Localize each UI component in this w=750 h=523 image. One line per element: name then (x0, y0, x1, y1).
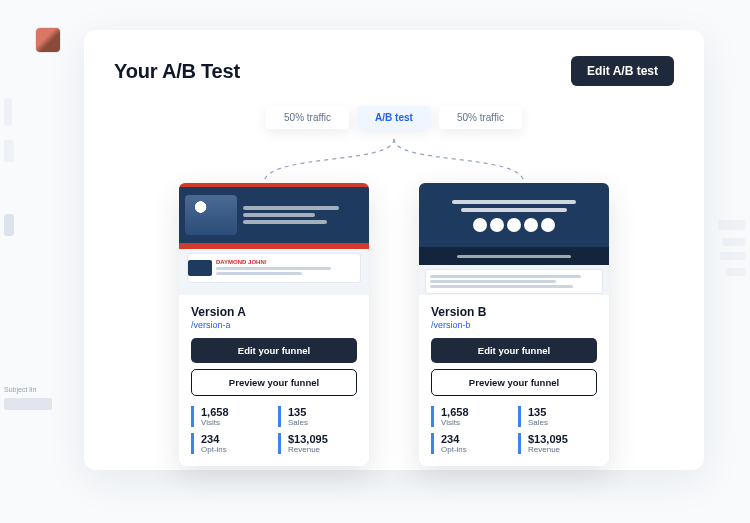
funnel-thumbnail-b[interactable] (419, 183, 609, 295)
preview-funnel-button[interactable]: Preview your funnel (431, 369, 597, 396)
background-ghost (720, 252, 746, 260)
background-label: Subject lin (4, 386, 36, 393)
background-ghost (4, 140, 14, 162)
edit-ab-test-button[interactable]: Edit A/B test (571, 56, 674, 86)
avatar[interactable] (36, 28, 60, 52)
background-ghost (4, 398, 52, 410)
traffic-split-row: 50% traffic A/B test 50% traffic (114, 106, 674, 129)
stat-revenue: $13,095 Revenue (518, 433, 597, 454)
preview-funnel-button[interactable]: Preview your funnel (191, 369, 357, 396)
edit-funnel-button[interactable]: Edit your funnel (191, 338, 357, 363)
stats-grid: 1,658 Visits 135 Sales 234 Opt-ins $13,0… (431, 406, 597, 454)
version-name: Version A (191, 305, 357, 319)
connector-lines (114, 135, 674, 183)
traffic-pill-right: 50% traffic (439, 106, 522, 129)
stat-sales: 135 Sales (278, 406, 357, 427)
version-slug[interactable]: /version-b (431, 320, 597, 330)
background-ghost (722, 238, 746, 246)
thumb-headline: DAYMOND JOHN! (216, 259, 360, 265)
card-header: Your A/B Test Edit A/B test (114, 56, 674, 86)
stat-revenue: $13,095 Revenue (278, 433, 357, 454)
background-ghost (4, 98, 12, 126)
funnel-thumbnail-a[interactable]: DAYMOND JOHN! (179, 183, 369, 295)
background-ghost (4, 214, 14, 236)
version-card-a: DAYMOND JOHN! Version A /version-a Edit … (179, 183, 369, 466)
ab-test-card: Your A/B Test Edit A/B test 50% traffic … (84, 30, 704, 470)
edit-funnel-button[interactable]: Edit your funnel (431, 338, 597, 363)
version-slug[interactable]: /version-a (191, 320, 357, 330)
background-ghost (726, 268, 746, 276)
background-ghost (718, 220, 746, 230)
version-card-b: Version B /version-b Edit your funnel Pr… (419, 183, 609, 466)
stat-optins: 234 Opt-ins (431, 433, 510, 454)
page-title: Your A/B Test (114, 60, 240, 83)
stat-sales: 135 Sales (518, 406, 597, 427)
ab-test-pill[interactable]: A/B test (357, 106, 431, 129)
stat-visits: 1,658 Visits (431, 406, 510, 427)
stats-grid: 1,658 Visits 135 Sales 234 Opt-ins $13,0… (191, 406, 357, 454)
version-name: Version B (431, 305, 597, 319)
traffic-pill-left: 50% traffic (266, 106, 349, 129)
stat-visits: 1,658 Visits (191, 406, 270, 427)
stat-optins: 234 Opt-ins (191, 433, 270, 454)
